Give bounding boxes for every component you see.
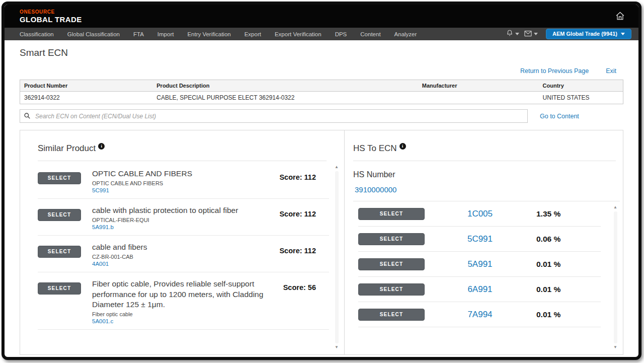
nav-menu-item[interactable]: Global Classification bbox=[67, 31, 120, 37]
product-table-header-row: Product NumberProduct DescriptionManufac… bbox=[20, 80, 623, 92]
scroll-down-icon[interactable]: ▼ bbox=[335, 345, 339, 349]
hs-to-ecn-row: SELECT 5C991 0.06 % bbox=[358, 227, 601, 252]
ecn-code-link[interactable]: 7A994 bbox=[425, 310, 535, 320]
notifications-dropdown[interactable] bbox=[506, 29, 519, 39]
similar-product-title-text: Fiber optic cable, Provides reliable sel… bbox=[92, 279, 268, 309]
scroll-up-icon[interactable]: ▲ bbox=[613, 205, 617, 209]
ecn-code-link[interactable]: 5C991 bbox=[92, 187, 268, 193]
account-menu-button[interactable]: AEM Global Trade (9941) bbox=[546, 29, 631, 39]
similar-product-row: SELECT cable and fibers CZ-BR-001-CAB 4A… bbox=[38, 236, 329, 272]
exit-link[interactable]: Exit bbox=[606, 67, 616, 75]
similar-product-score: Score: 112 bbox=[279, 210, 329, 230]
hs-to-ecn-row: SELECT 7A994 0.01 % bbox=[358, 302, 601, 327]
select-button[interactable]: SELECT bbox=[38, 282, 81, 295]
ecn-percent: 1.35 % bbox=[535, 209, 601, 219]
product-number-cell: 362914-0322 bbox=[20, 92, 153, 104]
similar-product-panel: Similar Producti SELECT OPTIC CABLE AND … bbox=[20, 130, 345, 354]
ecn-code-link[interactable]: 4A001 bbox=[92, 261, 268, 267]
search-box bbox=[20, 109, 528, 123]
select-button[interactable]: SELECT bbox=[38, 246, 81, 258]
search-row: Go to Content bbox=[20, 109, 623, 123]
nav-menu-item[interactable]: Content bbox=[360, 31, 380, 37]
similar-product-body: SELECT OPTIC CABLE AND FIBERS OPTIC CABL… bbox=[20, 161, 344, 354]
search-icon bbox=[24, 112, 31, 121]
product-description-cell: CABLE, SPECIAL PURPOSE ELECT 362914-0322 bbox=[152, 92, 418, 104]
similar-product-score: Score: 56 bbox=[279, 283, 329, 324]
ecn-code-link[interactable]: 5C991 bbox=[425, 234, 535, 244]
home-icon[interactable] bbox=[615, 11, 625, 21]
nav-menu-item[interactable]: FTA bbox=[133, 31, 144, 37]
account-menu-label: AEM Global Trade (9941) bbox=[552, 31, 617, 37]
nav-menu-item[interactable]: DPS bbox=[335, 31, 347, 37]
similar-product-subtitle: Fiber optic cable bbox=[92, 311, 268, 317]
hs-to-ecn-panel: HS To ECNi HS Number 3910000000 SELECT 1… bbox=[345, 130, 623, 354]
scroll-up-icon[interactable]: ▲ bbox=[335, 165, 339, 169]
select-button[interactable]: SELECT bbox=[38, 172, 81, 184]
select-button[interactable]: SELECT bbox=[358, 233, 425, 245]
select-button[interactable]: SELECT bbox=[358, 309, 425, 321]
ecn-percent: 0.06 % bbox=[535, 235, 601, 244]
nav-menu-item[interactable]: Classification bbox=[20, 31, 54, 37]
return-to-previous-page-link[interactable]: Return to Previous Page bbox=[520, 67, 589, 75]
nav-menu-item[interactable]: Entry Verification bbox=[187, 31, 230, 37]
ecn-percent: 0.01 % bbox=[535, 260, 601, 269]
messages-dropdown[interactable] bbox=[524, 30, 538, 39]
chevron-down-icon bbox=[534, 33, 538, 35]
page-title: Smart ECN bbox=[20, 47, 623, 58]
hs-to-ecn-row: SELECT 5A991 0.01 % bbox=[358, 252, 601, 277]
hs-to-ecn-list: SELECT 1C005 1.35 % SELECT 5C991 0.06 % bbox=[345, 201, 608, 354]
ecn-code-link[interactable]: 5A991 bbox=[425, 259, 535, 269]
nav-items: ClassificationGlobal ClassificationFTAIm… bbox=[20, 31, 417, 37]
scroll-down-icon[interactable]: ▼ bbox=[613, 345, 617, 349]
brand-global-trade: GLOBAL TRADE bbox=[20, 15, 82, 24]
scroll-track[interactable] bbox=[335, 171, 339, 343]
nav-right-group: AEM Global Trade (9941) bbox=[506, 29, 631, 39]
ecn-code-link[interactable]: 5A991.b bbox=[92, 224, 268, 230]
brand-onesource: ONESOURCE bbox=[20, 9, 82, 15]
manufacturer-cell bbox=[418, 92, 539, 104]
ecn-percent: 0.01 % bbox=[535, 285, 601, 294]
hs-to-ecn-row: SELECT 6A991 0.01 % bbox=[358, 277, 601, 302]
nav-menu-item[interactable]: Export Verification bbox=[275, 31, 321, 37]
ecn-code-link[interactable]: 6A991 bbox=[425, 284, 535, 295]
similar-product-list: SELECT OPTIC CABLE AND FIBERS OPTIC CABL… bbox=[20, 162, 329, 354]
similar-product-subtitle: CZ-BR-001-CAB bbox=[92, 254, 268, 260]
go-to-content-link[interactable]: Go to Content bbox=[540, 113, 579, 120]
top-header: ONESOURCE GLOBAL TRADE bbox=[5, 5, 638, 28]
select-button[interactable]: SELECT bbox=[38, 209, 81, 221]
nav-menu-item[interactable]: Analyzer bbox=[394, 31, 417, 37]
info-icon[interactable]: i bbox=[399, 143, 406, 150]
scroll-track[interactable] bbox=[614, 211, 617, 343]
similar-product-title-text: cable and fibers bbox=[92, 242, 268, 252]
product-table-header-cell: Manufacturer bbox=[418, 80, 539, 92]
app-window: ONESOURCE GLOBAL TRADE ClassificationGlo… bbox=[2, 2, 641, 360]
hs-to-ecn-scrollbar[interactable]: ▲ ▼ bbox=[608, 201, 623, 354]
hs-number-link[interactable]: 3910000000 bbox=[345, 179, 623, 194]
ecn-code-link[interactable]: 1C005 bbox=[425, 209, 535, 219]
select-button[interactable]: SELECT bbox=[358, 283, 425, 296]
envelope-icon bbox=[524, 30, 532, 39]
similar-product-scrollbar[interactable]: ▲ ▼ bbox=[329, 161, 344, 354]
ecn-percent: 0.01 % bbox=[535, 310, 601, 319]
hs-to-ecn-row: SELECT 1C005 1.35 % bbox=[358, 201, 601, 227]
info-icon[interactable]: i bbox=[98, 143, 105, 150]
search-ecn-input[interactable] bbox=[20, 109, 528, 123]
bell-icon bbox=[506, 29, 513, 39]
select-button[interactable]: SELECT bbox=[358, 208, 425, 220]
similar-product-row: SELECT Fiber optic cable, Provides relia… bbox=[38, 272, 329, 329]
product-table-header-cell: Country bbox=[539, 80, 623, 92]
select-button[interactable]: SELECT bbox=[358, 258, 425, 270]
chevron-down-icon bbox=[515, 33, 519, 35]
product-table: Product NumberProduct DescriptionManufac… bbox=[20, 80, 623, 104]
product-table-header-cell: Product Description bbox=[152, 80, 418, 92]
ecn-code-link[interactable]: 5A001.c bbox=[92, 318, 268, 324]
page-links-row: Return to Previous Page Exit bbox=[20, 67, 616, 75]
nav-menu-item[interactable]: Import bbox=[157, 31, 174, 37]
page-content: Smart ECN Return to Previous Page Exit P… bbox=[5, 40, 638, 355]
hs-number-label: HS Number bbox=[345, 161, 623, 179]
similar-product-score: Score: 112 bbox=[279, 247, 329, 267]
similar-product-title-text: OPTIC CABLE AND FIBERS bbox=[92, 169, 268, 179]
nav-menu-item[interactable]: Export bbox=[245, 31, 261, 37]
similar-product-row: SELECT OPTIC CABLE AND FIBERS OPTIC CABL… bbox=[38, 162, 329, 199]
product-table-row: 362914-0322 CABLE, SPECIAL PURPOSE ELECT… bbox=[20, 92, 623, 104]
